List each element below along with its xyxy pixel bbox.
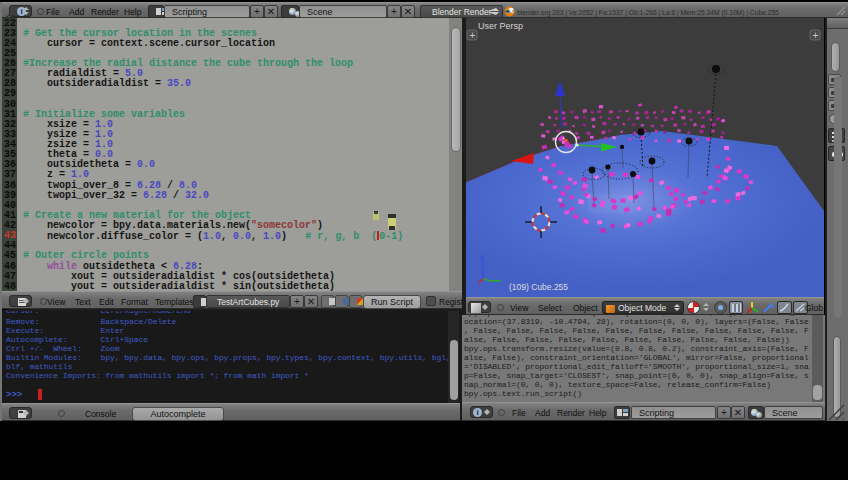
svg-text:+: + [470,30,476,41]
svg-text:User Persp: User Persp [478,21,523,31]
svg-text:(109) Cube.255: (109) Cube.255 [509,282,568,292]
svg-text:+: + [813,30,819,41]
